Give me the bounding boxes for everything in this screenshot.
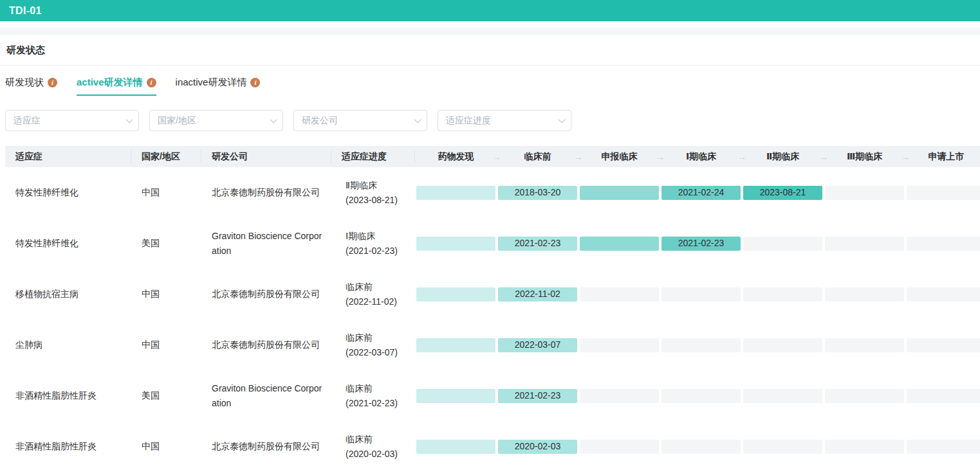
stage-bar-filled[interactable]: 2021-02-23 [661,237,741,251]
filter-select-country[interactable]: 国家/地区 [149,110,283,131]
table-row: 非酒精性脂肪性肝炎美国Graviton Bioscience Corporati… [5,370,980,421]
table-body: 特发性肺纤维化中国北京泰德制药股份有限公司Ⅱ期临床(2023-08-21)201… [5,167,980,468]
stage-cell: 2021-02-23 [497,389,578,403]
stage-cell [415,440,497,454]
stage-column-label: 申请上市 [929,151,965,163]
stage-cell [660,389,742,403]
table-row: 特发性肺纤维化中国北京泰德制药股份有限公司Ⅱ期临床(2023-08-21)201… [5,167,980,218]
stage-bar-filled[interactable] [580,237,659,251]
stage-bar-empty [825,389,904,403]
info-icon[interactable]: i [147,78,156,87]
stage-column-label: Ⅰ期临床 [686,151,716,163]
stage-column-header: 药物发现→ [415,146,497,167]
progress-stage-text: 临床前 [346,381,415,396]
stage-cell [905,237,980,251]
tab-label: active研发详情 [77,76,143,89]
country-cell: 美国 [131,388,201,403]
stage-cell [905,338,980,352]
stage-bar-empty [743,389,822,403]
progress-date-text: (2020-02-03) [346,447,415,462]
stage-bar-filled[interactable]: 2022-03-07 [498,338,577,352]
stage-cell: 2021-02-23 [660,237,742,251]
stage-cell [824,440,905,454]
country-cell: 中国 [131,439,201,454]
stage-column-label: Ⅲ期临床 [847,151,882,163]
select-placeholder: 研发公司 [302,115,338,127]
filter-select-progress[interactable]: 适应症进度 [438,110,571,131]
stage-bar-empty [661,287,741,302]
stage-cell [742,237,824,251]
stage-bar-filled[interactable]: 2020-02-03 [498,440,577,454]
stage-column-header: Ⅲ期临床→ [824,146,905,167]
stage-bar-empty [743,338,822,352]
stage-cell: 2022-03-07 [497,338,578,352]
stage-column-label: Ⅱ期临床 [766,151,799,163]
country-cell: 美国 [131,236,201,251]
tab-inactive-detail[interactable]: inactive研发详情i [176,76,261,96]
stage-bar-empty [743,287,822,302]
progress-stage-text: Ⅰ期临床 [346,229,415,244]
stage-bar-empty [743,237,822,251]
stage-bar-empty [580,389,659,403]
stage-cell: 2021-02-24 [660,186,742,200]
column-header: 国家/地区 [131,146,201,167]
stage-bar-empty [825,237,904,251]
stage-bar-filled[interactable] [416,287,495,302]
stage-bar-filled[interactable]: 2021-02-23 [498,237,577,251]
tab-status[interactable]: 研发现状i [5,76,57,96]
info-icon[interactable]: i [250,78,260,87]
filter-select-indication[interactable]: 适应症 [5,110,139,131]
table-row: 非酒精性脂肪性肝炎中国北京泰德制药股份有限公司临床前(2020-02-03)20… [5,421,980,468]
stage-cell [415,186,497,200]
info-icon[interactable]: i [48,78,57,87]
select-placeholder: 适应症进度 [446,115,491,127]
stage-cell [415,237,497,251]
company-cell: Graviton Bioscience Corporation [201,229,331,258]
table-row: 特发性肺纤维化美国Graviton Bioscience Corporation… [5,218,980,269]
stage-cell [660,440,742,454]
stage-bar-filled[interactable] [416,338,495,352]
tabs: 研发现状iactive研发详情iinactive研发详情i [0,76,980,96]
stage-cell [578,338,660,352]
progress-cell: 临床前(2022-03-07) [331,330,415,360]
stage-cell [578,186,660,200]
indication-cell: 移植物抗宿主病 [5,287,131,302]
spacer [0,21,980,28]
stage-bar-filled[interactable]: 2018-03-20 [498,186,577,200]
stage-cell [660,338,742,352]
progress-cell: 临床前(2020-02-03) [331,432,415,462]
stage-bar-empty [743,440,822,454]
stage-cell [905,186,980,200]
progress-cell: Ⅱ期临床(2023-08-21) [331,178,415,208]
stage-cell: 2018-03-20 [497,186,578,200]
progress-date-text: (2023-08-21) [346,193,415,208]
stage-cell [578,389,660,403]
stage-bar-empty [907,389,980,403]
stage-cell: 2022-11-02 [497,287,578,302]
page-title: TDI-01 [0,0,980,21]
stage-bar-filled[interactable] [416,186,495,200]
column-header: 研发公司 [201,146,331,167]
stage-bar-filled[interactable]: 2022-11-02 [498,287,577,302]
stage-bar-empty [907,237,980,251]
stage-bar-empty [580,338,659,352]
stage-bar-filled[interactable]: 2021-02-24 [661,186,741,200]
stage-bar-filled[interactable] [580,186,659,200]
stage-bar-filled[interactable] [416,389,495,403]
column-header: 适应症 [5,146,131,167]
stage-cell [824,338,905,352]
stage-bar-filled[interactable]: 2023-08-21 [743,186,822,200]
divider-strip [0,28,980,35]
progress-cell: 临床前(2021-02-23) [331,381,415,411]
tab-active-detail[interactable]: active研发详情i [77,76,156,96]
stage-bar-filled[interactable] [416,440,495,454]
stage-cell [578,237,660,251]
stage-bar-empty [825,338,904,352]
filter-select-company[interactable]: 研发公司 [293,110,427,131]
section-title: 研发状态 [6,44,980,57]
stage-bar-empty [907,287,980,302]
progress-stage-text: Ⅱ期临床 [346,178,415,193]
stage-bar-filled[interactable] [416,237,495,251]
company-cell: 北京泰德制药股份有限公司 [201,439,331,454]
stage-bar-filled[interactable]: 2021-02-23 [498,389,577,403]
